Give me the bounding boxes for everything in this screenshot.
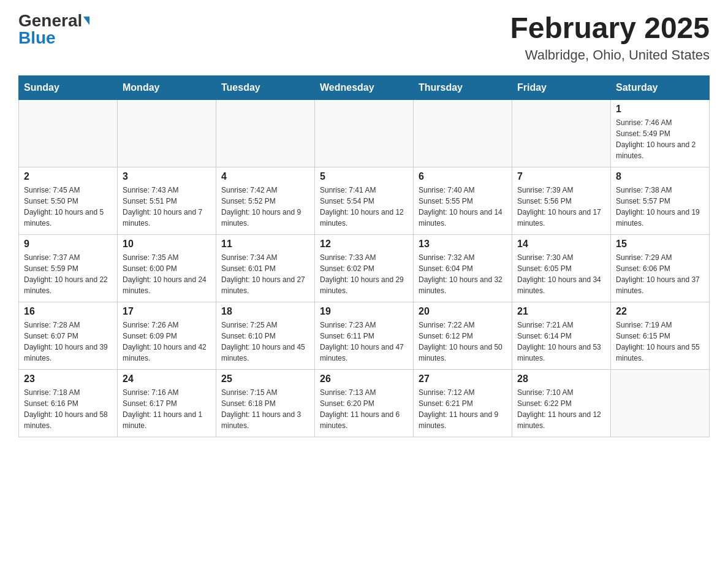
calendar-day-cell: 24Sunrise: 7:16 AMSunset: 6:17 PMDayligh… bbox=[118, 369, 216, 437]
day-info: Sunrise: 7:26 AMSunset: 6:09 PMDaylight:… bbox=[123, 320, 211, 364]
day-number: 3 bbox=[123, 171, 211, 182]
day-number: 4 bbox=[221, 171, 309, 182]
day-info: Sunrise: 7:37 AMSunset: 5:59 PMDaylight:… bbox=[24, 252, 112, 296]
calendar-day-cell: 18Sunrise: 7:25 AMSunset: 6:10 PMDayligh… bbox=[216, 302, 315, 369]
day-info: Sunrise: 7:39 AMSunset: 5:56 PMDaylight:… bbox=[517, 185, 605, 229]
calendar-day-cell bbox=[512, 99, 611, 167]
calendar-day-cell: 23Sunrise: 7:18 AMSunset: 6:16 PMDayligh… bbox=[19, 369, 118, 437]
day-number: 16 bbox=[24, 306, 112, 317]
day-number: 13 bbox=[419, 239, 507, 250]
calendar-day-cell: 25Sunrise: 7:15 AMSunset: 6:18 PMDayligh… bbox=[216, 369, 315, 437]
day-info: Sunrise: 7:29 AMSunset: 6:06 PMDaylight:… bbox=[616, 252, 704, 296]
day-info: Sunrise: 7:23 AMSunset: 6:11 PMDaylight:… bbox=[320, 320, 408, 364]
calendar-week-row: 16Sunrise: 7:28 AMSunset: 6:07 PMDayligh… bbox=[19, 302, 710, 369]
day-number: 14 bbox=[517, 239, 605, 250]
day-info: Sunrise: 7:42 AMSunset: 5:52 PMDaylight:… bbox=[221, 185, 309, 229]
day-info: Sunrise: 7:16 AMSunset: 6:17 PMDaylight:… bbox=[123, 387, 211, 431]
logo-general-text: General bbox=[18, 12, 82, 29]
calendar-day-cell: 1Sunrise: 7:46 AMSunset: 5:49 PMDaylight… bbox=[611, 99, 710, 167]
day-info: Sunrise: 7:21 AMSunset: 6:14 PMDaylight:… bbox=[517, 320, 605, 364]
day-number: 10 bbox=[123, 239, 211, 250]
calendar-day-cell bbox=[216, 99, 315, 167]
weekday-header-row: SundayMondayTuesdayWednesdayThursdayFrid… bbox=[19, 75, 710, 99]
day-number: 18 bbox=[221, 306, 309, 317]
weekday-header-friday: Friday bbox=[512, 75, 611, 99]
weekday-header-sunday: Sunday bbox=[19, 75, 118, 99]
calendar-day-cell: 6Sunrise: 7:40 AMSunset: 5:55 PMDaylight… bbox=[414, 167, 512, 234]
calendar-day-cell: 2Sunrise: 7:45 AMSunset: 5:50 PMDaylight… bbox=[19, 167, 118, 234]
calendar-table: SundayMondayTuesdayWednesdayThursdayFrid… bbox=[18, 75, 710, 437]
weekday-header-tuesday: Tuesday bbox=[216, 75, 315, 99]
day-number: 22 bbox=[616, 306, 704, 317]
day-info: Sunrise: 7:19 AMSunset: 6:15 PMDaylight:… bbox=[616, 320, 704, 364]
calendar-day-cell: 17Sunrise: 7:26 AMSunset: 6:09 PMDayligh… bbox=[118, 302, 216, 369]
day-info: Sunrise: 7:13 AMSunset: 6:20 PMDaylight:… bbox=[320, 387, 408, 431]
calendar-day-cell: 13Sunrise: 7:32 AMSunset: 6:04 PMDayligh… bbox=[414, 234, 512, 302]
calendar-day-cell: 4Sunrise: 7:42 AMSunset: 5:52 PMDaylight… bbox=[216, 167, 315, 234]
day-info: Sunrise: 7:28 AMSunset: 6:07 PMDaylight:… bbox=[24, 320, 112, 364]
calendar-header: SundayMondayTuesdayWednesdayThursdayFrid… bbox=[19, 75, 710, 99]
day-info: Sunrise: 7:30 AMSunset: 6:05 PMDaylight:… bbox=[517, 252, 605, 296]
weekday-header-thursday: Thursday bbox=[414, 75, 512, 99]
day-number: 24 bbox=[123, 373, 211, 385]
day-info: Sunrise: 7:34 AMSunset: 6:01 PMDaylight:… bbox=[221, 252, 309, 296]
weekday-header-wednesday: Wednesday bbox=[315, 75, 414, 99]
day-info: Sunrise: 7:33 AMSunset: 6:02 PMDaylight:… bbox=[320, 252, 408, 296]
calendar-day-cell: 22Sunrise: 7:19 AMSunset: 6:15 PMDayligh… bbox=[611, 302, 710, 369]
day-info: Sunrise: 7:40 AMSunset: 5:55 PMDaylight:… bbox=[419, 185, 507, 229]
calendar-day-cell: 14Sunrise: 7:30 AMSunset: 6:05 PMDayligh… bbox=[512, 234, 611, 302]
calendar-day-cell: 16Sunrise: 7:28 AMSunset: 6:07 PMDayligh… bbox=[19, 302, 118, 369]
calendar-day-cell: 10Sunrise: 7:35 AMSunset: 6:00 PMDayligh… bbox=[118, 234, 216, 302]
day-number: 5 bbox=[320, 171, 408, 182]
day-info: Sunrise: 7:32 AMSunset: 6:04 PMDaylight:… bbox=[419, 252, 507, 296]
calendar-day-cell: 12Sunrise: 7:33 AMSunset: 6:02 PMDayligh… bbox=[315, 234, 414, 302]
day-info: Sunrise: 7:46 AMSunset: 5:49 PMDaylight:… bbox=[616, 117, 704, 161]
calendar-day-cell: 7Sunrise: 7:39 AMSunset: 5:56 PMDaylight… bbox=[512, 167, 611, 234]
calendar-week-row: 9Sunrise: 7:37 AMSunset: 5:59 PMDaylight… bbox=[19, 234, 710, 302]
day-number: 8 bbox=[616, 171, 704, 182]
weekday-header-saturday: Saturday bbox=[611, 75, 710, 99]
logo-arrow-icon bbox=[83, 17, 89, 25]
day-number: 20 bbox=[419, 306, 507, 317]
day-info: Sunrise: 7:35 AMSunset: 6:00 PMDaylight:… bbox=[123, 252, 211, 296]
day-number: 15 bbox=[616, 239, 704, 250]
calendar-day-cell bbox=[611, 369, 710, 437]
day-info: Sunrise: 7:10 AMSunset: 6:22 PMDaylight:… bbox=[517, 387, 605, 431]
day-number: 28 bbox=[517, 373, 605, 385]
day-number: 17 bbox=[123, 306, 211, 317]
calendar-week-row: 2Sunrise: 7:45 AMSunset: 5:50 PMDaylight… bbox=[19, 167, 710, 234]
day-number: 26 bbox=[320, 373, 408, 385]
calendar-day-cell: 20Sunrise: 7:22 AMSunset: 6:12 PMDayligh… bbox=[414, 302, 512, 369]
day-number: 2 bbox=[24, 171, 112, 182]
calendar-day-cell: 5Sunrise: 7:41 AMSunset: 5:54 PMDaylight… bbox=[315, 167, 414, 234]
day-info: Sunrise: 7:38 AMSunset: 5:57 PMDaylight:… bbox=[616, 185, 704, 229]
day-number: 9 bbox=[24, 239, 112, 250]
calendar-day-cell bbox=[19, 99, 118, 167]
calendar-day-cell: 21Sunrise: 7:21 AMSunset: 6:14 PMDayligh… bbox=[512, 302, 611, 369]
day-info: Sunrise: 7:45 AMSunset: 5:50 PMDaylight:… bbox=[24, 185, 112, 229]
weekday-header-monday: Monday bbox=[118, 75, 216, 99]
calendar-day-cell bbox=[315, 99, 414, 167]
calendar-day-cell: 19Sunrise: 7:23 AMSunset: 6:11 PMDayligh… bbox=[315, 302, 414, 369]
title-block: February 2025 Walbridge, Ohio, United St… bbox=[510, 12, 710, 63]
calendar-body: 1Sunrise: 7:46 AMSunset: 5:49 PMDaylight… bbox=[19, 99, 710, 437]
day-number: 7 bbox=[517, 171, 605, 182]
day-number: 12 bbox=[320, 239, 408, 250]
day-number: 27 bbox=[419, 373, 507, 385]
calendar-day-cell bbox=[414, 99, 512, 167]
day-number: 11 bbox=[221, 239, 309, 250]
calendar-day-cell: 9Sunrise: 7:37 AMSunset: 5:59 PMDaylight… bbox=[19, 234, 118, 302]
day-number: 25 bbox=[221, 373, 309, 385]
calendar-day-cell: 8Sunrise: 7:38 AMSunset: 5:57 PMDaylight… bbox=[611, 167, 710, 234]
location-subtitle: Walbridge, Ohio, United States bbox=[510, 47, 710, 63]
day-info: Sunrise: 7:12 AMSunset: 6:21 PMDaylight:… bbox=[419, 387, 507, 431]
calendar-week-row: 1Sunrise: 7:46 AMSunset: 5:49 PMDaylight… bbox=[19, 99, 710, 167]
calendar-day-cell bbox=[118, 99, 216, 167]
calendar-day-cell: 28Sunrise: 7:10 AMSunset: 6:22 PMDayligh… bbox=[512, 369, 611, 437]
day-info: Sunrise: 7:41 AMSunset: 5:54 PMDaylight:… bbox=[320, 185, 408, 229]
day-info: Sunrise: 7:22 AMSunset: 6:12 PMDaylight:… bbox=[419, 320, 507, 364]
day-info: Sunrise: 7:43 AMSunset: 5:51 PMDaylight:… bbox=[123, 185, 211, 229]
day-number: 1 bbox=[616, 104, 704, 115]
calendar-day-cell: 26Sunrise: 7:13 AMSunset: 6:20 PMDayligh… bbox=[315, 369, 414, 437]
calendar-day-cell: 3Sunrise: 7:43 AMSunset: 5:51 PMDaylight… bbox=[118, 167, 216, 234]
